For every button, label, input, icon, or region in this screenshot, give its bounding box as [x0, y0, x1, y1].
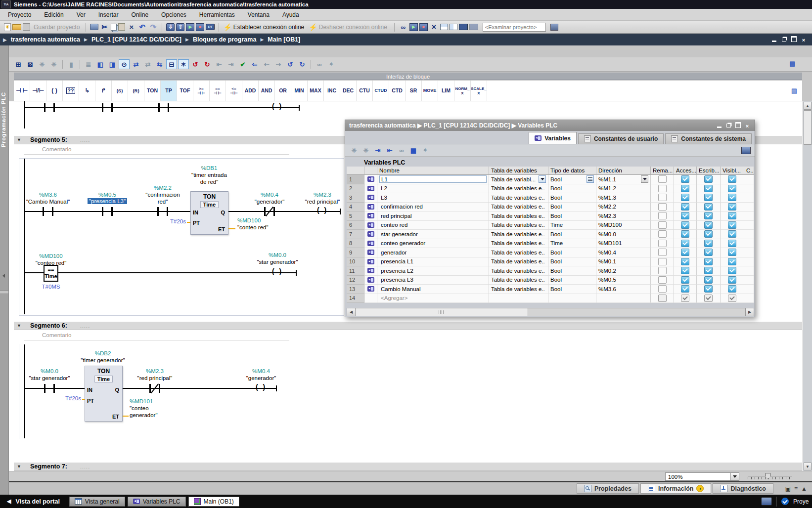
start-runtime-icon[interactable]: ▶ — [409, 23, 418, 31]
paste-icon[interactable] — [118, 23, 125, 31]
accessible-devices-icon[interactable]: ∞ — [399, 23, 408, 32]
table-row[interactable]: 4 confirmacion red Tabla de variables e.… — [347, 203, 754, 212]
insert-network-icon[interactable]: ⊞ — [13, 59, 24, 69]
portal-view-button[interactable]: ◀ Vista del portal — [0, 498, 67, 505]
project-tree-icon[interactable] — [550, 24, 558, 31]
pin-q[interactable]: Q — [115, 387, 119, 393]
checkbox-acces[interactable] — [681, 267, 689, 274]
empty-box-icon[interactable]: ?? — [63, 81, 79, 101]
cell-visible[interactable] — [721, 294, 744, 303]
operand-address[interactable]: %M3.6 — [39, 192, 57, 198]
checkbox-visibl[interactable] — [728, 221, 736, 229]
and-instruction[interactable]: AND — [259, 81, 275, 101]
checkbox-visibl[interactable] — [728, 194, 736, 201]
go-offline-button[interactable]: Deshacer conexión online — [319, 24, 387, 31]
collapse-icon[interactable]: ▼ — [17, 323, 21, 328]
goto-definition-icon[interactable]: ⇐ — [249, 59, 260, 69]
variables-window-titlebar[interactable]: trasferencia automatica ▶ PLC_1 [CPU 121… — [345, 120, 755, 131]
checkbox-visibl[interactable] — [728, 258, 736, 265]
move-instruction[interactable]: MOVE — [422, 81, 438, 101]
type-selector-icon[interactable] — [586, 175, 594, 183]
cell-direccion[interactable]: %M0.1 — [596, 257, 651, 267]
checkbox-rema[interactable] — [658, 240, 667, 247]
cell-direccion[interactable]: %M1.1 — [596, 175, 651, 184]
cell-visible[interactable] — [721, 257, 744, 267]
search-project-input[interactable] — [483, 23, 546, 32]
ton-timer-block[interactable]: TON Time IN PT Q ET — [85, 366, 123, 422]
download-to-device-icon[interactable]: ⇩ — [166, 23, 175, 31]
max-instruction[interactable]: MAX — [308, 81, 324, 101]
checkbox-visibl[interactable] — [728, 240, 736, 247]
cell-tabla[interactable]: Tabla de variables e.. — [489, 239, 548, 249]
checkbox-visibl[interactable] — [728, 230, 736, 238]
sidebar-item-plc-programming[interactable]: Programación PLC — [0, 65, 6, 174]
cell-tabla[interactable]: Tabla de variables e.. — [489, 221, 548, 230]
restore-icon[interactable] — [780, 37, 787, 42]
nc-contact-generador[interactable] — [264, 207, 275, 216]
checkbox-escrib[interactable] — [704, 175, 713, 183]
checkbox-acces[interactable] — [681, 285, 689, 293]
operand-address[interactable]: %MD100 — [39, 253, 62, 259]
monitor-icon[interactable] — [459, 24, 468, 30]
table-row[interactable]: 7 star generador Tabla de variables e.. … — [347, 230, 754, 239]
pt-value[interactable]: T#20s — [51, 395, 81, 401]
maximize-editor-icon[interactable]: ▤ — [789, 60, 795, 67]
checkbox-visibl[interactable] — [728, 249, 736, 256]
undo-icon[interactable]: ↶ — [137, 23, 147, 32]
db-name[interactable]: de red" — [200, 179, 219, 185]
cross-reference-icon[interactable]: × — [429, 23, 439, 32]
cell-nombre[interactable]: star generador — [377, 230, 489, 239]
taskbar-item-variables-plc[interactable]: Variables PLC — [128, 497, 186, 507]
redo-icon[interactable]: ↷ — [148, 23, 158, 32]
save-project-icon[interactable] — [23, 23, 30, 31]
new-project-icon[interactable]: ✳ — [4, 23, 11, 31]
cell-escribible[interactable] — [697, 239, 721, 249]
cell-direccion[interactable]: %M0.2 — [596, 266, 651, 276]
cell-escribible[interactable] — [697, 266, 721, 276]
segment-6-header[interactable]: ▼ Segmento 6: ..... — [14, 322, 802, 330]
column-header[interactable]: Tipo de datos — [548, 167, 596, 175]
operand-name[interactable]: "red principal" — [305, 199, 340, 205]
cell-direccion[interactable]: %M1.2 — [596, 184, 651, 194]
menu-item[interactable]: Insertar — [98, 11, 119, 18]
compare-block[interactable]: == Time — [44, 265, 58, 282]
cell-tipo[interactable]: Bool — [548, 285, 596, 294]
checkbox-escrib[interactable] — [704, 249, 713, 256]
checkbox-rema[interactable] — [658, 185, 667, 192]
go-online-button[interactable]: Establecer conexión online — [233, 24, 304, 31]
network-list-icon[interactable]: ≣ — [83, 59, 94, 69]
maximize-icon[interactable] — [734, 123, 741, 128]
cell-remanencia[interactable] — [651, 276, 674, 285]
checkbox-rema[interactable] — [658, 203, 667, 211]
cell-tipo[interactable]: Bool — [548, 248, 596, 257]
cell-accesible[interactable] — [674, 221, 697, 230]
delete-network-icon[interactable]: ⊠ — [25, 59, 36, 69]
checkbox-visibl[interactable] — [728, 267, 736, 274]
dock-icon[interactable]: ▣ — [785, 485, 791, 492]
table-row[interactable]: 12 presencia L3 Tabla de variables e.. B… — [347, 276, 754, 285]
column-header[interactable]: Rema... — [651, 167, 674, 175]
cell-tipo[interactable]: Bool — [548, 175, 596, 184]
cell-nombre[interactable]: <Agregar> — [377, 294, 489, 303]
cell-tipo[interactable] — [548, 294, 596, 303]
menu-item[interactable]: Edición — [44, 11, 63, 18]
cell-remanencia[interactable] — [651, 184, 674, 194]
binoculars-icon[interactable]: ∞ — [314, 59, 325, 69]
refresh-calls-icon[interactable]: ⇥ — [226, 59, 236, 69]
table-row[interactable]: 13 Cambio Manual Tabla de variables e.. … — [347, 285, 754, 294]
jump-forward-icon[interactable]: ⇢ — [273, 59, 284, 69]
tab-variables[interactable]: Variables — [529, 132, 577, 144]
cell-tabla[interactable]: Tabla de variables e.. — [489, 184, 548, 194]
contact[interactable] — [44, 103, 55, 112]
row-number[interactable]: 12 — [347, 276, 364, 285]
cell-accesible[interactable] — [674, 266, 697, 276]
scroll-left-icon[interactable]: ◀ — [347, 308, 356, 316]
breadcrumb-expand-icon[interactable]: ▶ — [3, 37, 7, 42]
or-instruction[interactable]: OR — [275, 81, 291, 101]
cell-remanencia[interactable] — [651, 248, 674, 257]
checkbox-acces[interactable] — [681, 185, 689, 192]
row-number[interactable]: 10 — [347, 257, 364, 267]
checkbox-escrib[interactable] — [704, 258, 713, 265]
row-number[interactable]: 13 — [347, 285, 364, 294]
cell-remanencia[interactable] — [651, 266, 674, 276]
